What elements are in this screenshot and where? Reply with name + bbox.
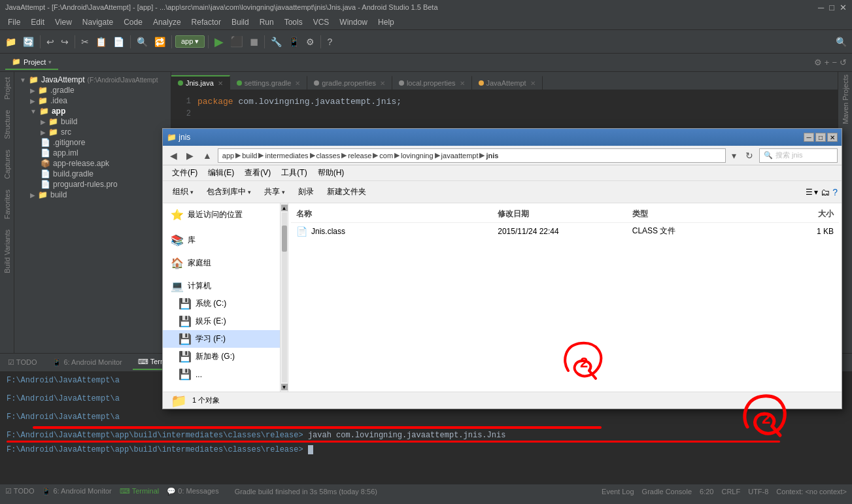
col-name[interactable]: 名称 [296, 209, 498, 220]
scrollbar-up[interactable]: ▲ [281, 205, 288, 211]
close-button[interactable]: ✕ [840, 3, 847, 12]
statusbar-android-monitor[interactable]: 📱 6: Android Monitor [42, 487, 111, 496]
menu-build[interactable]: Build [226, 16, 254, 28]
menu-code[interactable]: Code [118, 16, 148, 28]
nav-homegroup[interactable]: 🏠 家庭组 [163, 254, 280, 272]
debug-button[interactable]: ⬛ [228, 34, 246, 49]
tab-close-jnis[interactable]: ✕ [218, 80, 223, 87]
toolbar-copy-btn[interactable]: 📋 [93, 35, 109, 48]
tab-close-gradle-props[interactable]: ✕ [380, 80, 385, 87]
titlebar-controls[interactable]: ─ □ ✕ [818, 3, 847, 12]
back-button[interactable]: ◀ [167, 148, 180, 163]
col-type[interactable]: 类型 [632, 209, 767, 220]
dialog-menu-edit[interactable]: 编辑(E) [203, 166, 239, 180]
tree-gradle[interactable]: ▶ 📁 .gradle [14, 85, 171, 95]
minimize-button[interactable]: ─ [818, 3, 824, 12]
sidebar-buildvariants-label[interactable]: Build Variants [2, 227, 12, 276]
preview-icon[interactable]: 🗂 [821, 187, 830, 197]
new-folder-button[interactable]: 新建文件夹 [321, 184, 372, 200]
toolbar-replace-btn[interactable]: 🔁 [152, 35, 168, 48]
tab-local-properties[interactable]: local.properties ✕ [392, 76, 472, 90]
path-release[interactable]: release [348, 152, 371, 160]
tab-close-local-props[interactable]: ✕ [460, 80, 465, 87]
maximize-button[interactable]: □ [829, 3, 834, 12]
tab-settings-gradle[interactable]: settings.gradle ✕ [230, 76, 308, 90]
tree-apk[interactable]: 📦 app-release.apk [14, 158, 171, 169]
dialog-minimize-btn[interactable]: ─ [804, 133, 814, 142]
menu-help[interactable]: Help [373, 16, 400, 28]
stop-button[interactable]: ◼ [247, 34, 261, 49]
dialog-maximize-btn[interactable]: □ [815, 133, 826, 142]
sidebar-favorites-label[interactable]: Favorites [2, 187, 12, 222]
sidebar-structure-label[interactable]: Structure [2, 107, 12, 142]
toolbar-paste-btn[interactable]: 📄 [111, 35, 127, 48]
search-box[interactable]: 🔍 搜索 jnis [759, 148, 838, 163]
scrollbar-track[interactable] [282, 212, 287, 382]
nav-drive-f[interactable]: 💾 学习 (F:) [163, 330, 280, 348]
path-com[interactable]: com [379, 152, 393, 160]
tree-app-build[interactable]: ▶ 📁 build [14, 116, 171, 127]
menu-edit[interactable]: Edit [26, 16, 50, 28]
share-button[interactable]: 共享 ▾ [258, 184, 291, 200]
path-refresh-btn[interactable]: ▾ [728, 148, 740, 163]
nav-recent-locations[interactable]: ⭐ 最近访问的位置 [163, 206, 280, 224]
dialog-window-controls[interactable]: ─ □ ✕ [804, 133, 838, 142]
tree-app[interactable]: ▼ 📁 app [14, 106, 171, 116]
sidebar-captures-label[interactable]: Captures [2, 147, 12, 182]
nav-library[interactable]: 📚 库 [163, 231, 280, 249]
path-build[interactable]: build [242, 152, 257, 160]
dialog-menu-help[interactable]: 帮助(H) [313, 166, 350, 180]
tab-todo[interactable]: ☑ TODO [3, 356, 42, 369]
tree-root[interactable]: ▼ 📁 JavaAttempt (F:\Android\JavaAttempt [14, 75, 171, 85]
panel-icon-2[interactable]: + [825, 58, 830, 67]
statusbar-todo[interactable]: ☑ TODO [5, 487, 34, 496]
panel-icon-4[interactable]: ↺ [840, 58, 847, 67]
include-library-button[interactable]: 包含到库中 ▾ [201, 184, 257, 200]
help-btn[interactable]: ? [324, 35, 335, 48]
search-everywhere-btn[interactable]: 🔍 [833, 35, 849, 48]
tab-javaattempt[interactable]: JavaAttempt ✕ [472, 76, 543, 90]
tree-buildgradle[interactable]: 📄 build.gradle [14, 169, 171, 179]
forward-button[interactable]: ▶ [183, 148, 197, 163]
tab-close-javaattempt[interactable]: ✕ [530, 80, 536, 87]
path-lovingning[interactable]: lovingning [401, 152, 434, 160]
path-intermediates[interactable]: intermediates [265, 152, 308, 160]
menu-file[interactable]: File [3, 16, 26, 28]
col-date[interactable]: 修改日期 [498, 209, 632, 220]
view-arrow-icon[interactable]: ▾ [814, 188, 818, 197]
tab-jnis-java[interactable]: Jnis.java ✕ [171, 75, 230, 90]
nav-scrollbar[interactable]: ▲ ▼ [281, 203, 288, 392]
tree-idea[interactable]: ▶ 📁 .idea [14, 95, 171, 106]
toolbar-cut-btn[interactable]: ✂ [78, 35, 92, 48]
dialog-menu-tools[interactable]: 工具(T) [276, 166, 312, 180]
col-size[interactable]: 大小 [766, 209, 834, 220]
toolbar-sync-btn[interactable]: 🔄 [20, 35, 37, 48]
burn-button[interactable]: 刻录 [292, 184, 320, 200]
toolbar-redo-btn[interactable]: ↪ [58, 35, 71, 48]
organize-button[interactable]: 组织 ▾ [167, 184, 199, 200]
tab-close-settings[interactable]: ✕ [295, 80, 300, 87]
address-path-bar[interactable]: app ▶ build ▶ intermediates ▶ classes ▶ … [218, 148, 726, 163]
tree-proguard[interactable]: 📄 proguard-rules.pro [14, 179, 171, 190]
tree-gitignore[interactable]: 📄 .gitignore [14, 137, 171, 148]
statusbar-messages[interactable]: 💬 0: Messages [167, 487, 218, 496]
path-recent-btn[interactable]: ↻ [742, 148, 757, 163]
nav-computer[interactable]: 💻 计算机 [163, 277, 280, 295]
statusbar-linesep[interactable]: CRLF [721, 488, 740, 496]
menu-refactor[interactable]: Refactor [186, 16, 226, 28]
panel-icon-3[interactable]: − [832, 58, 837, 67]
tab-gradle-properties[interactable]: gradle.properties ✕ [307, 76, 392, 90]
list-view-icon[interactable]: ☰ [806, 188, 813, 197]
menu-tools[interactable]: Tools [279, 16, 308, 28]
help-dialog-icon[interactable]: ? [832, 187, 838, 197]
statusbar-gradle-console[interactable]: Gradle Console [642, 488, 692, 496]
menu-vcs[interactable]: VCS [308, 16, 335, 28]
path-app[interactable]: app [222, 152, 234, 160]
menu-run[interactable]: Run [254, 16, 279, 28]
tab-android-monitor[interactable]: 📱 6: Android Monitor [47, 356, 127, 369]
dialog-menu-file[interactable]: 文件(F) [167, 166, 203, 180]
file-row-jnis-class[interactable]: 📄 Jnis.class 2015/11/24 22:44 CLASS 文件 1… [291, 223, 839, 239]
sidebar-project-label[interactable]: Project [2, 75, 12, 102]
nav-drive-g[interactable]: 💾 新加卷 (G:) [163, 348, 280, 365]
maven-projects-label[interactable]: Maven Projects [842, 75, 849, 124]
